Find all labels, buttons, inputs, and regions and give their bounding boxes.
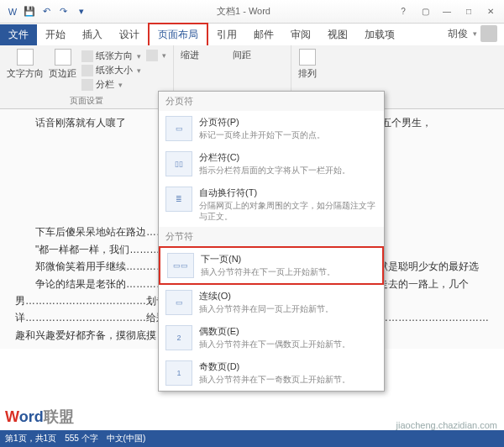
- qat-more-icon[interactable]: ▾: [76, 6, 87, 18]
- window-title: 文档1 - Word: [94, 5, 393, 18]
- dd-odd-page-title: 奇数页(D): [199, 360, 377, 373]
- dd-next-page[interactable]: ▭▭ 下一页(N)插入分节符并在下一页上开始新节。: [159, 246, 384, 285]
- orientation-icon: [81, 50, 93, 62]
- tab-view[interactable]: 视图: [319, 24, 356, 45]
- breaks-icon: [146, 50, 158, 61]
- dd-column-break-desc: 指示分栏符后面的文字将从下一栏开始。: [199, 165, 377, 176]
- tab-mailings[interactable]: 邮件: [245, 24, 282, 45]
- text-direction-button[interactable]: 文字方向: [7, 49, 44, 80]
- dd-page-break-title: 分页符(P): [199, 116, 377, 129]
- text-wrap-icon: ≣: [165, 187, 192, 212]
- undo-icon[interactable]: ↶: [40, 6, 52, 18]
- arrange-button[interactable]: 排列: [298, 49, 317, 80]
- orientation-label: 纸张方向: [96, 50, 133, 62]
- status-page[interactable]: 第1页，共1页: [5, 433, 56, 444]
- dd-section-pagebreaks: 分页符: [159, 92, 384, 111]
- page-setup-group-label: 页面设置: [7, 93, 166, 107]
- watermark-right: jiaocheng.chazidian.com: [396, 420, 497, 430]
- doc-p1-left: 话音刚落就有人嚷了: [35, 117, 126, 129]
- dd-page-break-desc: 标记一页终止并开始下一页的点。: [199, 129, 377, 140]
- orientation-button[interactable]: 纸张方向▾: [81, 49, 141, 63]
- even-page-icon: 2: [165, 325, 192, 350]
- dd-text-wrap[interactable]: ≣ 自动换行符(T)分隔网页上的对象周围的文字，如分隔题注文字与正文。: [159, 181, 384, 227]
- maximize-icon[interactable]: □: [459, 4, 479, 19]
- tab-review[interactable]: 审阅: [282, 24, 319, 45]
- tab-references[interactable]: 引用: [208, 24, 245, 45]
- save-icon[interactable]: 💾: [24, 6, 35, 18]
- margins-button[interactable]: 页边距: [49, 49, 76, 80]
- arrange-label: 排列: [298, 67, 317, 80]
- dd-odd-page[interactable]: 1 奇数页(D)插入分节符并在下一奇数页上开始新节。: [159, 355, 384, 391]
- signin-name[interactable]: 胡俊: [448, 27, 468, 41]
- dd-column-break-title: 分栏符(C): [199, 151, 377, 164]
- tab-file[interactable]: 文件: [0, 24, 37, 45]
- dd-even-page-title: 偶数页(E): [199, 325, 377, 338]
- tab-layout[interactable]: 页面布局: [148, 23, 208, 45]
- status-words[interactable]: 555 个字: [65, 433, 97, 444]
- word-icon: W: [7, 6, 18, 18]
- breaks-dropdown: 分页符 ▭ 分页符(P)标记一页终止并开始下一页的点。 ▯▯ 分栏符(C)指示分…: [158, 91, 385, 392]
- size-button[interactable]: 纸张大小▾: [81, 63, 141, 77]
- text-direction-label: 文字方向: [7, 67, 44, 80]
- indent-label: 缩进: [181, 49, 199, 61]
- ribbon-opts-icon[interactable]: ▢: [415, 4, 435, 19]
- help-icon[interactable]: ?: [393, 4, 413, 19]
- size-label: 纸张大小: [96, 64, 133, 76]
- dd-text-wrap-title: 自动换行符(T): [199, 187, 377, 199]
- signin-arrow-icon[interactable]: ▾: [473, 29, 477, 38]
- continuous-icon: ▭: [165, 290, 192, 315]
- dd-continuous-title: 连续(O): [199, 290, 377, 302]
- dd-even-page[interactable]: 2 偶数页(E)插入分节符并在下一偶数页上开始新节。: [159, 320, 384, 355]
- redo-icon[interactable]: ↷: [57, 6, 69, 18]
- status-lang[interactable]: 中文(中国): [107, 433, 146, 444]
- minimize-icon[interactable]: —: [437, 4, 457, 19]
- dd-page-break[interactable]: ▭ 分页符(P)标记一页终止并开始下一页的点。: [159, 111, 384, 146]
- margins-label: 页边距: [49, 67, 76, 80]
- odd-page-icon: 1: [165, 360, 192, 386]
- dd-text-wrap-desc: 分隔网页上的对象周围的文字，如分隔题注文字与正文。: [199, 200, 377, 222]
- spacing-label: 间距: [233, 49, 251, 61]
- page-break-icon: ▭: [165, 116, 192, 141]
- dd-continuous[interactable]: ▭ 连续(O)插入分节符并在同一页上开始新节。: [159, 285, 384, 320]
- columns-icon: [81, 79, 93, 91]
- dd-even-page-desc: 插入分节符并在下一偶数页上开始新节。: [199, 339, 377, 350]
- tab-home[interactable]: 开始: [37, 24, 74, 45]
- tab-addins[interactable]: 加载项: [356, 24, 403, 45]
- breaks-button[interactable]: ▾: [146, 49, 166, 62]
- tab-design[interactable]: 设计: [111, 24, 148, 45]
- avatar[interactable]: [480, 25, 497, 42]
- size-icon: [81, 65, 93, 76]
- dd-continuous-desc: 插入分节符并在同一页上开始新节。: [199, 303, 377, 314]
- next-page-icon: ▭▭: [167, 253, 194, 278]
- close-icon[interactable]: ✕: [480, 4, 501, 19]
- columns-button[interactable]: 分栏▾: [81, 77, 141, 92]
- column-break-icon: ▯▯: [165, 151, 192, 176]
- columns-label: 分栏: [96, 78, 114, 91]
- watermark-logo: Word联盟: [5, 407, 74, 427]
- dd-section-sectionbreaks: 分节符: [159, 227, 384, 246]
- dd-next-page-title: 下一页(N): [201, 253, 375, 266]
- tab-insert[interactable]: 插入: [74, 24, 111, 45]
- dd-next-page-desc: 插入分节符并在下一页上开始新节。: [201, 266, 375, 277]
- dd-odd-page-desc: 插入分节符并在下一奇数页上开始新节。: [199, 374, 377, 385]
- dd-column-break[interactable]: ▯▯ 分栏符(C)指示分栏符后面的文字将从下一栏开始。: [159, 146, 384, 181]
